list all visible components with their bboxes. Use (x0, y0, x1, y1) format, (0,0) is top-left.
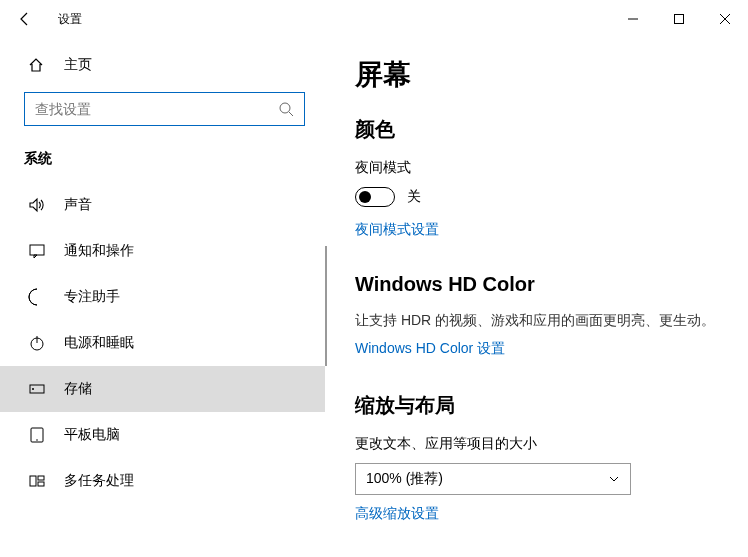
home-label: 主页 (64, 56, 92, 74)
sidebar-item-label: 专注助手 (64, 288, 120, 306)
sidebar-item-focus[interactable]: 专注助手 (0, 274, 325, 320)
color-heading: 颜色 (355, 116, 718, 143)
close-button[interactable] (702, 3, 748, 35)
svg-rect-13 (30, 476, 36, 486)
svg-rect-6 (30, 245, 44, 255)
page-title: 屏幕 (355, 56, 718, 94)
storage-icon (28, 380, 48, 398)
sidebar-item-label: 存储 (64, 380, 92, 398)
sidebar-item-label: 多任务处理 (64, 472, 134, 490)
power-icon (28, 334, 48, 352)
maximize-button[interactable] (656, 3, 702, 35)
svg-rect-1 (675, 15, 684, 24)
search-icon (278, 101, 294, 117)
sidebar-item-sound[interactable]: 声音 (0, 182, 325, 228)
scrollbar[interactable] (325, 246, 327, 366)
scale-value: 100% (推荐) (366, 470, 443, 488)
hd-color-settings-link[interactable]: Windows HD Color 设置 (355, 340, 505, 358)
minimize-button[interactable] (610, 3, 656, 35)
titlebar: 设置 (0, 0, 748, 38)
sidebar-item-label: 通知和操作 (64, 242, 134, 260)
sidebar-item-label: 平板电脑 (64, 426, 120, 444)
night-mode-toggle[interactable] (355, 187, 395, 207)
sidebar-item-storage[interactable]: 存储 (0, 366, 325, 412)
notifications-icon (28, 242, 48, 260)
sidebar-item-notifications[interactable]: 通知和操作 (0, 228, 325, 274)
scale-label: 更改文本、应用等项目的大小 (355, 435, 718, 453)
search-box[interactable] (24, 92, 305, 126)
content-area: 屏幕 颜色 夜间模式 关 夜间模式设置 Windows HD Color 让支持… (325, 38, 748, 557)
toggle-state-label: 关 (407, 188, 421, 206)
multitask-icon (28, 472, 48, 490)
sidebar-item-label: 声音 (64, 196, 92, 214)
window-controls (610, 3, 748, 35)
night-mode-settings-link[interactable]: 夜间模式设置 (355, 221, 439, 239)
night-mode-label: 夜间模式 (355, 159, 718, 177)
chevron-down-icon (608, 473, 620, 485)
scale-dropdown[interactable]: 100% (推荐) (355, 463, 631, 495)
sidebar-item-multitask[interactable]: 多任务处理 (0, 458, 325, 504)
back-button[interactable] (10, 4, 40, 34)
advanced-scale-link[interactable]: 高级缩放设置 (355, 505, 439, 523)
sidebar-item-tablet[interactable]: 平板电脑 (0, 412, 325, 458)
home-button[interactable]: 主页 (0, 48, 325, 82)
sidebar-item-label: 电源和睡眠 (64, 334, 134, 352)
hd-color-heading: Windows HD Color (355, 273, 718, 296)
focus-icon (28, 288, 48, 306)
scale-heading: 缩放与布局 (355, 392, 718, 419)
svg-line-5 (289, 112, 293, 116)
search-input[interactable] (35, 101, 278, 117)
sound-icon (28, 196, 48, 214)
sidebar-section-label: 系统 (0, 142, 325, 182)
svg-rect-14 (38, 476, 44, 480)
svg-point-10 (32, 388, 34, 390)
svg-point-12 (36, 439, 38, 441)
hd-color-desc: 让支持 HDR 的视频、游戏和应用的画面更明亮、更生动。 (355, 312, 718, 330)
svg-rect-15 (38, 482, 44, 486)
window-title: 设置 (58, 11, 82, 28)
svg-point-4 (280, 103, 290, 113)
sidebar-item-power[interactable]: 电源和睡眠 (0, 320, 325, 366)
tablet-icon (28, 426, 48, 444)
sidebar: 主页 系统 声音 通知和操作 (0, 38, 325, 557)
home-icon (28, 57, 48, 73)
